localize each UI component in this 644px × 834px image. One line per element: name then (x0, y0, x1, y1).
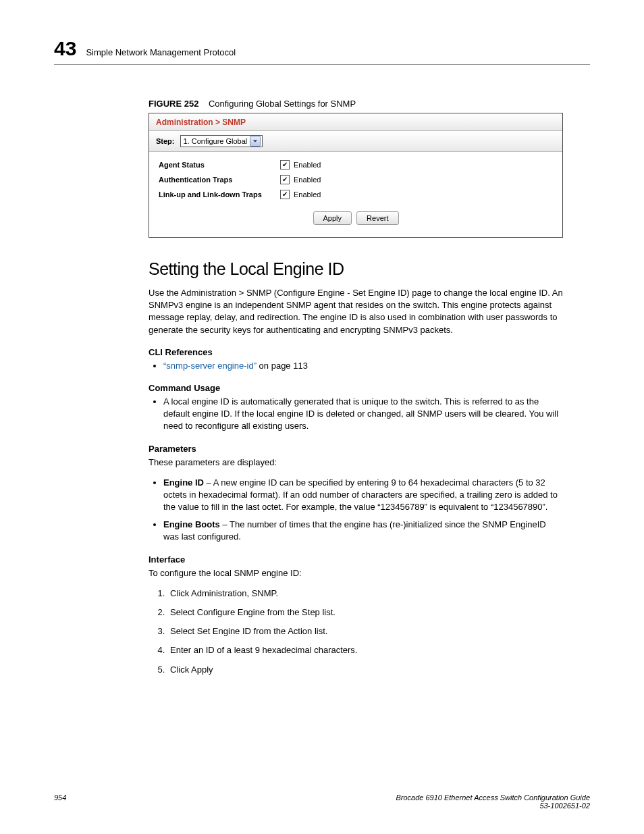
breadcrumb: Administration > SNMP (149, 113, 562, 131)
param-engine-id: Engine ID – A new engine ID can be speci… (163, 477, 563, 514)
link-traps-row: Link-up and Link-down Traps ✔ Enabled (159, 190, 553, 199)
cli-link[interactable]: “snmp-server engine-id” (163, 361, 257, 371)
step-row: Step: 1. Configure Global (149, 131, 562, 152)
apply-button[interactable]: Apply (313, 211, 352, 225)
chapter-title: Simple Network Management Protocol (86, 47, 236, 57)
step-item: Select Set Engine ID from the Action lis… (167, 625, 563, 637)
agent-status-row: Agent Status ✔ Enabled (159, 160, 553, 170)
link-traps-checkbox[interactable]: ✔ (280, 190, 290, 199)
agent-status-value: Enabled (294, 161, 321, 169)
figure-label: FIGURE 252 (149, 99, 198, 109)
step-label: Step: (156, 137, 175, 145)
figure-caption: FIGURE 252 Configuring Global Settings f… (149, 99, 563, 109)
chapter-number: 43 (54, 37, 76, 60)
snmp-config-panel: Administration > SNMP Step: 1. Configure… (149, 113, 563, 238)
step-item: Click Apply (167, 664, 563, 676)
section-title: Setting the Local Engine ID (149, 259, 563, 279)
interface-intro: To configure the local SNMP engine ID: (149, 567, 563, 579)
step-item: Click Administration, SNMP. (167, 588, 563, 600)
cli-reference-item: “snmp-server engine-id” on page 113 (163, 360, 563, 372)
doc-number: 53-1002651-02 (539, 802, 590, 810)
param-desc: – The number of times that the engine ha… (163, 519, 546, 542)
command-usage-heading: Command Usage (149, 383, 563, 393)
step-item: Select Configure Engine from the Step li… (167, 606, 563, 619)
link-traps-label: Link-up and Link-down Traps (159, 190, 280, 199)
link-traps-value: Enabled (294, 190, 321, 199)
param-desc: – A new engine ID can be specified by en… (163, 477, 558, 512)
parameters-intro: These parameters are displayed: (149, 457, 563, 469)
page-footer: 954 Brocade 6910 Ethernet Access Switch … (54, 793, 590, 810)
step-select[interactable]: 1. Configure Global (180, 135, 263, 147)
param-engine-boots: Engine Boots – The number of times that … (163, 519, 563, 543)
command-usage-item: A local engine ID is automatically gener… (163, 396, 563, 433)
step-select-value: 1. Configure Global (184, 137, 248, 145)
auth-traps-checkbox[interactable]: ✔ (280, 175, 290, 184)
auth-traps-value: Enabled (294, 176, 321, 184)
figure-title: Configuring Global Settings for SNMP (209, 99, 356, 109)
agent-status-label: Agent Status (159, 161, 280, 169)
page-header: 43 Simple Network Management Protocol (54, 37, 590, 65)
book-title: Brocade 6910 Ethernet Access Switch Conf… (396, 793, 590, 802)
agent-status-checkbox[interactable]: ✔ (280, 160, 290, 170)
page-number: 954 (54, 793, 66, 810)
dropdown-icon[interactable] (250, 136, 261, 147)
section-intro: Use the Administration > SNMP (Configure… (149, 287, 563, 336)
revert-button[interactable]: Revert (356, 211, 398, 225)
param-term: Engine Boots (163, 519, 220, 529)
auth-traps-row: Authentication Traps ✔ Enabled (159, 175, 553, 184)
cli-link-suffix: on page 113 (257, 361, 308, 371)
parameters-heading: Parameters (149, 444, 563, 454)
step-item: Enter an ID of a least 9 hexadecimal cha… (167, 644, 563, 656)
interface-heading: Interface (149, 554, 563, 565)
cli-references-heading: CLI References (149, 347, 563, 357)
param-term: Engine ID (163, 477, 204, 488)
auth-traps-label: Authentication Traps (159, 176, 280, 184)
